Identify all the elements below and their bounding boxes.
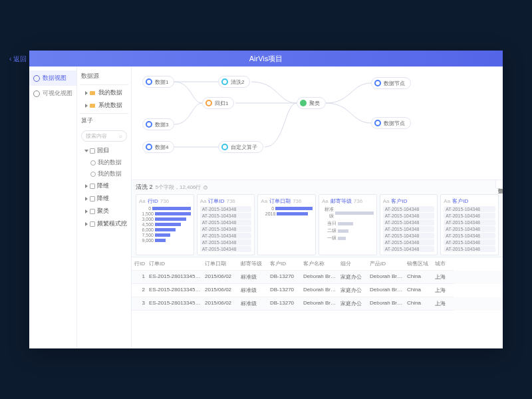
preview-meta: 5个字段，12,406行: [156, 184, 201, 191]
operator-group[interactable]: 回归: [80, 144, 128, 157]
folder-icon: [90, 104, 95, 108]
view-sidebar: 数据视图可视化视图: [29, 66, 77, 348]
flow-node[interactable]: 数据节点: [371, 117, 411, 129]
col-header[interactable]: 客户名称: [302, 257, 339, 271]
node-icon: [221, 78, 228, 85]
type-icon: Aa: [200, 198, 207, 204]
operator-group[interactable]: 降维: [80, 180, 128, 192]
col-header[interactable]: 细分: [339, 257, 368, 271]
datasource-heading: 数据源: [80, 70, 128, 83]
main-area: 数据1清洗2数据3数据4回归1自定义算子聚类数据节点数据节点 数据预览 清洗 2…: [132, 66, 503, 348]
circle-icon: [33, 90, 40, 97]
operator-group[interactable]: 频繁模式挖: [80, 217, 128, 230]
preview-title: 清洗 2: [136, 183, 153, 192]
view-tab[interactable]: 可视化视图: [29, 86, 76, 101]
caret-icon: [84, 150, 88, 152]
col-header[interactable]: 产品ID: [368, 257, 406, 271]
flow-canvas[interactable]: 数据1清洗2数据3数据4回归1自定义算子聚类数据节点数据节点: [132, 66, 503, 180]
circle-icon: [33, 75, 40, 82]
node-icon: [300, 100, 307, 106]
col-header[interactable]: 销售区域: [406, 257, 434, 271]
type-icon: Aa: [139, 198, 146, 204]
op-icon: [90, 221, 95, 227]
field-card[interactable]: Aa客户IDAT-2015-104348AT-2015-104348AT-201…: [380, 194, 438, 255]
col-header[interactable]: 行ID: [132, 257, 148, 271]
item-icon: [90, 160, 96, 166]
datasource-item[interactable]: 系统数据: [80, 99, 128, 112]
preview-side-tab[interactable]: 数据预览: [495, 180, 503, 188]
type-icon: Aa: [444, 198, 450, 204]
flow-node[interactable]: 数据1: [142, 76, 174, 88]
table-row[interactable]: 2ES-2015-28013345S…2015/06/02标准级DB-13270…: [132, 284, 503, 297]
data-table: 行ID订单ID订单日期邮寄等级客户ID客户名称细分产品ID销售区域城市1ES-2…: [132, 257, 503, 311]
col-header[interactable]: 城市: [434, 257, 454, 271]
field-card[interactable]: Aa订单日期73602018: [257, 194, 316, 255]
operators-heading: 算子: [80, 115, 128, 128]
caret-icon: [85, 91, 88, 95]
col-header[interactable]: 订单日期: [203, 257, 239, 271]
item-icon: [90, 172, 96, 177]
type-icon: Aa: [322, 198, 329, 204]
op-icon: [90, 148, 95, 154]
flow-node[interactable]: 数据节点: [371, 77, 411, 89]
flow-node[interactable]: 自定义算子: [218, 141, 263, 153]
type-icon: Aa: [261, 198, 267, 204]
search-icon: ⌕: [119, 133, 122, 139]
datasource-item[interactable]: 我的数据: [80, 86, 128, 99]
flow-node[interactable]: 清洗2: [218, 76, 250, 88]
caret-icon: [85, 197, 88, 201]
node-icon: [146, 78, 152, 85]
operator-group[interactable]: 降维: [80, 192, 128, 205]
back-link[interactable]: ‹ 返回: [9, 55, 27, 64]
field-card[interactable]: Aa行ID73601,5003,0004,5006,0007,5009,000: [136, 194, 194, 255]
data-preview-panel: 数据预览 清洗 2 5个字段，12,406行 ? › Aa行ID73601,50…: [132, 180, 503, 257]
folder-icon: [90, 91, 95, 95]
op-icon: [90, 184, 95, 189]
flow-node[interactable]: 回归1: [202, 97, 234, 109]
node-icon: [374, 120, 381, 126]
col-header[interactable]: 订单ID: [148, 257, 203, 271]
caret-icon: [85, 184, 88, 188]
field-card[interactable]: Aa邮寄等级736标准级当日二级一级: [319, 194, 377, 255]
page-title: AirVis项目: [249, 54, 283, 64]
operator-item[interactable]: 我的数据: [80, 168, 128, 180]
operator-item[interactable]: 我的数据: [80, 157, 128, 168]
op-icon: [90, 209, 95, 214]
node-icon: [374, 80, 381, 86]
node-icon: [146, 144, 152, 150]
flow-node[interactable]: 数据4: [142, 141, 174, 153]
caret-icon: [85, 104, 88, 108]
field-card[interactable]: Aa订单ID736AT-2015-104348AT-2015-104348AT-…: [197, 194, 255, 255]
type-icon: Aa: [383, 198, 390, 204]
datasource-sidebar: 数据源 我的数据系统数据 算子 搜索内容 ⌕ 回归我的数据我的数据降维降维聚类频…: [77, 66, 132, 348]
node-icon: [221, 144, 228, 150]
node-icon: [205, 100, 212, 106]
col-header[interactable]: 客户ID: [269, 257, 302, 271]
search-input[interactable]: 搜索内容 ⌕: [81, 130, 127, 142]
caret-icon: [85, 222, 88, 226]
field-card[interactable]: Aa客户IDAT-2015-104348AT-2015-104348AT-201…: [440, 194, 499, 255]
flow-node[interactable]: 数据3: [142, 118, 174, 130]
op-icon: [90, 196, 95, 201]
table-row[interactable]: 3ES-2015-28013345S…2015/06/02标准级DB-13270…: [132, 297, 503, 311]
app-window: AirVis项目 数据视图可视化视图 数据源 我的数据系统数据 算子 搜索内容 …: [29, 51, 503, 348]
view-tab[interactable]: 数据视图: [29, 70, 76, 86]
flow-node[interactable]: 聚类: [297, 97, 326, 109]
operator-group[interactable]: 聚类: [80, 205, 128, 217]
header: AirVis项目: [29, 51, 503, 66]
node-icon: [146, 121, 152, 128]
table-row[interactable]: 1ES-2015-28013345S…2015/06/02标准级DB-13270…: [132, 271, 503, 284]
help-icon[interactable]: ?: [203, 186, 207, 190]
caret-icon: [85, 209, 88, 213]
col-header[interactable]: 邮寄等级: [239, 257, 269, 271]
